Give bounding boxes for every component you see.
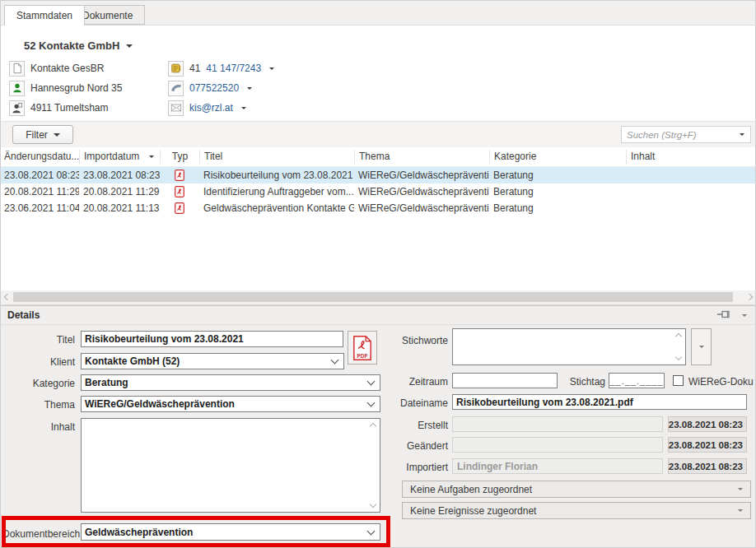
app-window: Stammdaten Dokumente 52 Kontakte GmbH Ko… bbox=[0, 0, 756, 548]
column-header-thema[interactable]: Thema bbox=[354, 150, 489, 164]
details-titlebar: Details bbox=[1, 306, 755, 325]
erstellt-label: Erstellt bbox=[376, 420, 448, 431]
stichworte-textarea-wrap bbox=[452, 328, 686, 365]
geaendert-date: 23.08.2021 08:23 bbox=[668, 437, 747, 453]
column-header-titel[interactable]: Titel bbox=[199, 150, 354, 164]
cell-kategorie: Beratung bbox=[489, 202, 626, 214]
klient-label: Klient bbox=[2, 356, 75, 368]
tab-stammdaten[interactable]: Stammdaten bbox=[4, 5, 85, 26]
client-selector[interactable]: 52 Kontakte GmbH bbox=[24, 39, 133, 52]
klient-select[interactable]: Kontakte GmbH (52) bbox=[81, 353, 344, 369]
kategorie-label: Kategorie bbox=[2, 378, 75, 389]
thema-select[interactable]: WiEReG/Geldwäscheprävention bbox=[81, 396, 380, 412]
street-address: Hannesgrub Nord 35 bbox=[30, 82, 122, 94]
titel-label: Titel bbox=[2, 334, 75, 346]
geaendert-label: Geändert bbox=[376, 440, 448, 452]
kategorie-select[interactable]: Beratung bbox=[81, 374, 380, 391]
chevron-down-icon bbox=[54, 133, 60, 137]
table-row[interactable]: 20.08.2021 11:29 20.08.2021 11:29 Identi… bbox=[1, 183, 755, 200]
fax-link[interactable]: 41 147/7243 bbox=[206, 63, 261, 74]
cell-kategorie: Beratung bbox=[489, 170, 626, 181]
details-panel-title: Details bbox=[7, 309, 40, 321]
cell-thema: WiEReG/Geldwäscheprävention bbox=[354, 170, 489, 181]
stichworte-dropdown-button[interactable] bbox=[691, 328, 712, 365]
cell-thema: WiEReG/Geldwäscheprävention bbox=[354, 202, 489, 214]
cell-imported: 20.08.2021 11:13 bbox=[79, 202, 160, 214]
pdf-file-icon bbox=[160, 202, 199, 214]
column-header-inhalt[interactable]: Inhalt bbox=[626, 150, 755, 164]
events-collapsed-bar[interactable]: Keine Ereignisse zugeordnet bbox=[402, 502, 751, 519]
cell-title: Risikobeurteilung vom 23.08.2021 bbox=[199, 170, 354, 181]
zeitraum-input[interactable] bbox=[452, 373, 558, 388]
dateiname-label: Dateiname bbox=[376, 397, 448, 409]
cell-changed: 20.08.2021 11:29 bbox=[1, 186, 79, 197]
fax-dropdown-arrow[interactable] bbox=[269, 67, 274, 70]
table-row[interactable]: 23.08.2021 08:23 23.08.2021 08:23 Risiko… bbox=[1, 167, 755, 183]
pin-icon[interactable] bbox=[716, 309, 730, 323]
tab-dokumente-label: Dokumente bbox=[82, 10, 133, 21]
search-combo bbox=[621, 126, 751, 143]
company-name: Kontakte GesBR bbox=[30, 63, 104, 74]
pdf-preview-button[interactable]: PDF bbox=[348, 331, 377, 365]
details-panel: Details Titel Klient Kategorie Thema Inh… bbox=[1, 305, 755, 547]
chevron-down-icon bbox=[126, 44, 133, 48]
erstellt-user-field bbox=[452, 416, 663, 432]
search-dropdown-arrow[interactable] bbox=[740, 133, 744, 136]
client-header: 52 Kontakte GmbH Kontakte GesBR Hannesgr… bbox=[1, 26, 755, 122]
sort-desc-icon bbox=[149, 156, 154, 158]
phone-dropdown-arrow[interactable] bbox=[247, 87, 252, 90]
panel-menu-arrow[interactable] bbox=[742, 314, 747, 317]
column-header-kategorie[interactable]: Kategorie bbox=[489, 150, 626, 164]
inhalt-label: Inhalt bbox=[2, 421, 75, 433]
importiert-label: Importiert bbox=[376, 462, 448, 473]
pdf-file-icon bbox=[160, 186, 199, 197]
tasks-collapsed-bar[interactable]: Keine Aufgaben zugeordnet bbox=[402, 481, 751, 498]
dokumentbereich-label: Dokumentbereich bbox=[2, 528, 75, 540]
cell-imported: 20.08.2021 11:29 bbox=[79, 186, 160, 197]
scrollbar-thumb[interactable] bbox=[13, 292, 733, 302]
stichworte-label: Stichworte bbox=[376, 335, 448, 346]
filter-button[interactable]: Filter bbox=[12, 125, 73, 144]
addressbook-icon bbox=[168, 61, 184, 77]
scroll-right-button[interactable] bbox=[743, 290, 755, 304]
dokumentbereich-select[interactable]: Geldwäscheprävention bbox=[81, 523, 380, 541]
cell-title: Geldwäscheprävention Kontakte G... bbox=[199, 202, 354, 214]
column-header-aenderungsdatum[interactable]: Änderungsdatu... bbox=[1, 150, 79, 164]
pdf-file-icon bbox=[160, 170, 199, 181]
column-header-importdatum[interactable]: Importdatum bbox=[79, 150, 160, 164]
zeitraum-label: Zeitraum bbox=[376, 376, 448, 388]
chevron-down-icon bbox=[331, 356, 339, 365]
city-address: 4911 Tumeltsham bbox=[30, 102, 109, 114]
horizontal-scrollbar bbox=[1, 290, 755, 305]
column-header-typ[interactable]: Typ bbox=[160, 150, 199, 164]
mail-icon bbox=[168, 100, 184, 116]
scroll-left-button[interactable] bbox=[1, 290, 13, 304]
importiert-date: 23.08.2021 08:23 bbox=[668, 458, 747, 474]
email-dropdown-arrow[interactable] bbox=[241, 107, 246, 109]
chevron-down-icon bbox=[367, 527, 376, 535]
document-icon bbox=[9, 61, 25, 77]
filter-button-label: Filter bbox=[26, 129, 48, 141]
wiereg-checkbox-label: WiEReG-Doku bbox=[688, 376, 754, 388]
table-row[interactable]: 23.06.2021 11:04 20.08.2021 11:13 Geldwä… bbox=[1, 200, 755, 216]
stichtag-input[interactable]: __.__.____ bbox=[609, 373, 665, 388]
cell-imported: 23.08.2021 08:23 bbox=[79, 170, 160, 181]
chevron-down-icon bbox=[367, 399, 376, 407]
cell-thema: WiEReG/Geldwäscheprävention bbox=[354, 186, 489, 197]
expand-arrow-icon bbox=[738, 488, 743, 490]
thema-label: Thema bbox=[2, 399, 75, 411]
stichworte-textarea[interactable] bbox=[453, 329, 685, 365]
cell-changed: 23.06.2021 11:04 bbox=[1, 202, 79, 214]
client-name: 52 Kontakte GmbH bbox=[24, 39, 119, 52]
erstellt-date: 23.08.2021 08:23 bbox=[668, 416, 747, 432]
wiereg-checkbox[interactable] bbox=[673, 375, 684, 386]
fax-prefix: 41 bbox=[189, 63, 200, 74]
dateiname-input[interactable] bbox=[452, 394, 747, 410]
cell-changed: 23.08.2021 08:23 bbox=[1, 170, 79, 181]
phone-link[interactable]: 077522520 bbox=[189, 82, 239, 94]
email-link[interactable]: kis@rzl.at bbox=[189, 102, 233, 114]
titel-input[interactable] bbox=[81, 331, 343, 347]
inhalt-textarea[interactable] bbox=[82, 419, 380, 512]
tab-stammdaten-label: Stammdaten bbox=[16, 10, 72, 21]
search-input[interactable] bbox=[622, 130, 740, 140]
